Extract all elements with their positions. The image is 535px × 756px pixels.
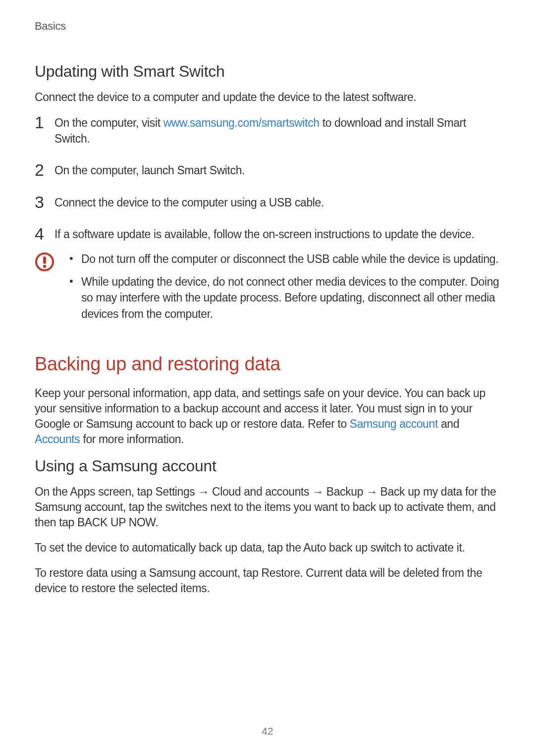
intro-smart-switch: Connect the device to a computer and upd… [35, 90, 500, 105]
caution-icon [35, 252, 54, 272]
caution-block: Do not turn off the computer or disconne… [35, 251, 500, 329]
step-2: On the computer, launch Smart Switch. [35, 162, 500, 178]
step-4: If a software update is available, follo… [35, 226, 500, 242]
step-1: On the computer, visit www.samsung.com/s… [35, 115, 500, 147]
svg-point-2 [43, 265, 46, 268]
link-smartswitch-url[interactable]: www.samsung.com/smartswitch [163, 116, 320, 129]
caution-item-1: Do not turn off the computer or disconne… [69, 251, 500, 267]
samsung-account-p3: To restore data using a Samsung account,… [35, 565, 500, 596]
link-samsung-account[interactable]: Samsung account [350, 417, 438, 430]
link-accounts[interactable]: Accounts [35, 433, 80, 446]
samsung-account-p1: On the Apps screen, tap Settings → Cloud… [35, 484, 500, 530]
heading-updating-smart-switch: Updating with Smart Switch [35, 62, 500, 81]
samsung-account-p2: To set the device to automatically back … [35, 540, 500, 555]
heading-backing-up: Backing up and restoring data [35, 353, 500, 375]
intro-backing-up-post: for more information. [80, 433, 184, 446]
step-1-pre: On the computer, visit [54, 116, 163, 129]
page-number: 42 [262, 725, 273, 737]
intro-backing-up-mid: and [438, 417, 459, 430]
steps-list: On the computer, visit www.samsung.com/s… [35, 115, 500, 242]
intro-backing-up: Keep your personal information, app data… [35, 386, 500, 447]
caution-item-2: While updating the device, do not connec… [69, 274, 500, 322]
breadcrumb: Basics [35, 20, 500, 33]
caution-list: Do not turn off the computer or disconne… [69, 251, 500, 329]
svg-rect-1 [43, 256, 46, 264]
heading-using-samsung-account: Using a Samsung account [35, 457, 500, 475]
step-3: Connect the device to the computer using… [35, 195, 500, 210]
